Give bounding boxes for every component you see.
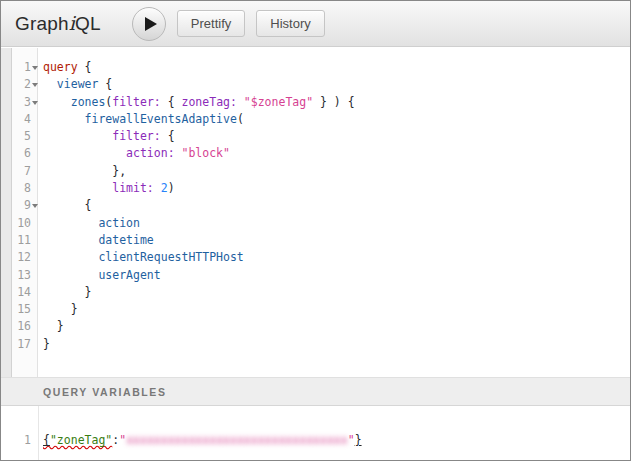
code-token xyxy=(43,216,98,230)
code-line-text[interactable]: } xyxy=(39,284,91,301)
history-button[interactable]: History xyxy=(256,10,324,37)
line-number: 11 xyxy=(12,232,31,249)
code-token: { xyxy=(43,433,50,447)
code-line[interactable]: 10 action xyxy=(12,215,630,232)
variables-editor[interactable]: 1{"zoneTag":"xxxxxxxxxxxxxxxxxxxxxxxxxxx… xyxy=(1,406,630,460)
code-line[interactable]: 17} xyxy=(12,336,630,353)
fold-gutter xyxy=(31,163,39,180)
code-token xyxy=(43,95,71,109)
code-line[interactable]: 1query { xyxy=(12,59,630,76)
line-number: 1 xyxy=(12,59,31,76)
fold-arrow-icon[interactable] xyxy=(31,76,39,93)
execute-button[interactable] xyxy=(132,7,166,41)
code-line-text[interactable]: action: "block" xyxy=(39,145,230,162)
code-line-text[interactable]: } xyxy=(39,318,64,335)
query-code[interactable]: 1query {2 viewer {3 zones(filter: { zone… xyxy=(12,48,630,353)
code-token: }, xyxy=(43,164,126,178)
line-number: 12 xyxy=(12,249,31,266)
code-line[interactable]: 1{"zoneTag":"xxxxxxxxxxxxxxxxxxxxxxxxxxx… xyxy=(1,432,630,449)
fold-gutter xyxy=(31,128,39,145)
line-number: 16 xyxy=(12,318,31,335)
code-line-text[interactable]: limit: 2) xyxy=(39,180,175,197)
line-number: 9 xyxy=(12,197,31,214)
line-number: 15 xyxy=(12,301,31,318)
line-number: 6 xyxy=(12,145,31,162)
code-token: { xyxy=(161,129,175,143)
code-line-text[interactable]: action xyxy=(39,215,140,232)
code-line-text[interactable]: {"zoneTag":"xxxxxxxxxxxxxxxxxxxxxxxxxxxx… xyxy=(39,432,362,449)
line-number: 13 xyxy=(12,267,31,284)
code-line[interactable]: 7 }, xyxy=(12,163,630,180)
code-line-text[interactable]: { xyxy=(39,197,91,214)
line-number: 14 xyxy=(12,284,31,301)
code-line[interactable]: 2 viewer { xyxy=(12,76,630,93)
line-number: 17 xyxy=(12,336,31,353)
fold-arrow-icon[interactable] xyxy=(31,94,39,111)
code-token: filter: xyxy=(112,95,160,109)
code-token: action: xyxy=(126,146,174,160)
fold-gutter xyxy=(31,432,39,449)
line-number: 3 xyxy=(12,94,31,111)
play-icon xyxy=(145,17,157,31)
query-editor[interactable]: 1query {2 viewer {3 zones(filter: { zone… xyxy=(1,48,630,377)
code-token: { xyxy=(161,95,182,109)
code-line-text[interactable]: }, xyxy=(39,163,126,180)
variables-code[interactable]: 1{"zoneTag":"xxxxxxxxxxxxxxxxxxxxxxxxxxx… xyxy=(1,406,630,449)
code-line[interactable]: 14 } xyxy=(12,284,630,301)
code-line-text[interactable]: query { xyxy=(39,59,91,76)
code-line[interactable]: 8 limit: 2) xyxy=(12,180,630,197)
code-token xyxy=(43,250,98,264)
prettify-button[interactable]: Prettify xyxy=(177,10,245,37)
code-token: query xyxy=(43,60,78,74)
code-token: } ) { xyxy=(313,95,355,109)
code-token xyxy=(175,146,182,160)
line-number: 8 xyxy=(12,180,31,197)
code-line[interactable]: 4 firewallEventsAdaptive( xyxy=(12,111,630,128)
code-line[interactable]: 15 } xyxy=(12,301,630,318)
code-token: } xyxy=(355,433,362,447)
code-line[interactable]: 5 filter: { xyxy=(12,128,630,145)
code-token xyxy=(43,77,57,91)
code-line-text[interactable]: datetime xyxy=(39,232,154,249)
code-line[interactable]: 9 { xyxy=(12,197,630,214)
fold-gutter xyxy=(31,215,39,232)
code-token: zones xyxy=(71,95,106,109)
code-line-text[interactable]: clientRequestHTTPHost xyxy=(39,249,244,266)
code-token: } xyxy=(43,319,64,333)
graphiql-window: GraphiQL Prettify History 1query {2 view… xyxy=(0,0,631,461)
code-token: "block" xyxy=(182,146,230,160)
fold-gutter xyxy=(31,318,39,335)
code-token: { xyxy=(43,198,91,212)
code-line[interactable]: 6 action: "block" xyxy=(12,145,630,162)
graphiql-logo: GraphiQL xyxy=(15,12,101,35)
code-token: limit: xyxy=(112,181,154,195)
fold-gutter xyxy=(31,145,39,162)
code-token: clientRequestHTTPHost xyxy=(98,250,243,264)
code-line[interactable]: 11 datetime xyxy=(12,232,630,249)
code-line-text[interactable]: firewallEventsAdaptive( xyxy=(39,111,244,128)
code-token: datetime xyxy=(98,233,153,247)
code-token: "$zoneTag" xyxy=(244,95,313,109)
code-token: { xyxy=(78,60,92,74)
code-line-text[interactable]: } xyxy=(39,301,78,318)
code-line[interactable]: 3 zones(filter: { zoneTag: "$zoneTag" } … xyxy=(12,94,630,111)
code-token: 2 xyxy=(161,181,168,195)
line-number: 2 xyxy=(12,76,31,93)
code-line-text[interactable]: zones(filter: { zoneTag: "$zoneTag" } ) … xyxy=(39,94,355,111)
editor-left-strip xyxy=(1,48,12,377)
fold-arrow-icon[interactable] xyxy=(31,197,39,214)
code-line-text[interactable]: filter: { xyxy=(39,128,175,145)
query-variables-title[interactable]: QUERY VARIABLES xyxy=(1,377,630,406)
fold-arrow-icon[interactable] xyxy=(31,59,39,76)
code-line[interactable]: 16 } xyxy=(12,318,630,335)
toolbar: GraphiQL Prettify History xyxy=(1,1,630,47)
code-line-text[interactable]: viewer { xyxy=(39,76,112,93)
code-token: ) xyxy=(168,181,175,195)
code-line-text[interactable]: } xyxy=(39,336,50,353)
line-number: 7 xyxy=(12,163,31,180)
code-token: } xyxy=(43,337,50,351)
code-line-text[interactable]: userAgent xyxy=(39,267,161,284)
code-token: ( xyxy=(237,112,244,126)
code-line[interactable]: 13 userAgent xyxy=(12,267,630,284)
code-line[interactable]: 12 clientRequestHTTPHost xyxy=(12,249,630,266)
